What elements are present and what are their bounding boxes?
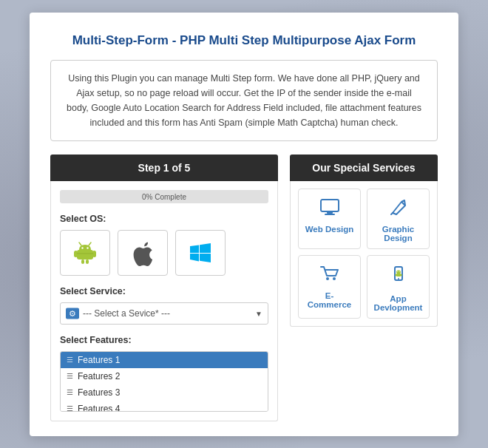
svg-point-22 (398, 278, 399, 279)
services-body: Web Design Graphic Design (290, 181, 438, 327)
svg-marker-13 (190, 254, 199, 262)
feature-label-1: Features 1 (78, 355, 120, 365)
service-card-graphic-design[interactable]: Graphic Design (367, 189, 430, 249)
svg-line-18 (391, 213, 393, 214)
svg-rect-17 (325, 214, 335, 215)
right-panel: Our Special Services Web Design (290, 155, 438, 421)
svg-marker-14 (200, 254, 211, 262)
svg-rect-3 (92, 251, 96, 257)
svg-rect-2 (74, 251, 78, 257)
svg-point-9 (87, 247, 88, 248)
svg-point-23 (396, 270, 401, 274)
svg-rect-5 (86, 259, 89, 264)
feature-label-4: Features 4 (78, 404, 120, 411)
feature-icon-2: ☰ (67, 372, 73, 380)
apple-icon (129, 240, 156, 266)
page-title: Multi-Step-Form - PHP Multi Step Multipu… (50, 33, 438, 48)
service-card-graphic-label: Graphic Design (373, 225, 423, 242)
mobile-android-icon (373, 265, 423, 290)
svg-rect-25 (395, 274, 396, 276)
service-card-ecommerce-label: E-Commerce (305, 291, 354, 309)
service-card-web-design[interactable]: Web Design (298, 189, 361, 249)
service-card-web-label: Web Design (305, 225, 354, 234)
step-body: 0% Complete Select OS: (50, 181, 278, 421)
android-icon (72, 240, 98, 266)
main-content: Step 1 of 5 0% Complete Select OS: (50, 155, 438, 421)
feature-item-2[interactable]: ☰ Features 2 (61, 368, 268, 384)
cart-icon (305, 265, 354, 287)
description-box: Using this Plugin you can manage Multi S… (50, 60, 438, 141)
services-header: Our Special Services (290, 155, 438, 181)
feature-icon-3: ☰ (67, 388, 73, 396)
features-listbox: ☰ Features 1 ☰ Features 2 ☰ Features 3 (60, 351, 268, 412)
svg-rect-1 (77, 250, 93, 259)
os-android-button[interactable] (60, 230, 110, 276)
os-label: Select OS: (60, 214, 268, 224)
progress-label: 0% Complete (142, 192, 186, 200)
os-windows-button[interactable] (175, 230, 226, 276)
monitor-icon (305, 198, 354, 220)
svg-point-20 (333, 277, 336, 280)
feature-icon-4: ☰ (67, 404, 73, 411)
progress-bar-container: 0% Complete (60, 190, 268, 203)
os-apple-button[interactable] (118, 230, 168, 276)
left-panel: Step 1 of 5 0% Complete Select OS: (50, 155, 278, 421)
feature-item-3[interactable]: ☰ Features 3 (61, 384, 268, 401)
svg-point-27 (397, 271, 398, 272)
windows-icon (187, 240, 214, 266)
step-header: Step 1 of 5 (50, 155, 278, 181)
feature-label-2: Features 2 (78, 371, 120, 381)
service-select[interactable]: --- Select a Sevice* --- Web Design Grap… (60, 302, 268, 325)
feature-icon-1: ☰ (67, 356, 73, 364)
feature-item-1[interactable]: ☰ Features 1 (61, 352, 268, 368)
svg-point-19 (326, 277, 329, 280)
svg-point-8 (81, 247, 83, 248)
svg-rect-16 (327, 211, 333, 214)
svg-line-7 (89, 242, 91, 245)
svg-line-6 (79, 242, 81, 245)
services-grid: Web Design Graphic Design (298, 189, 430, 319)
features-list[interactable]: ☰ Features 1 ☰ Features 2 ☰ Features 3 (61, 352, 268, 411)
svg-marker-12 (200, 243, 211, 253)
service-card-app-dev[interactable]: App Devlopment (367, 255, 430, 319)
svg-rect-24 (396, 274, 401, 276)
os-options (60, 230, 268, 276)
features-label: Select Features: (60, 335, 268, 345)
svg-marker-11 (190, 245, 199, 253)
svg-rect-26 (401, 274, 402, 276)
svg-rect-4 (81, 259, 84, 264)
main-card: Multi-Step-Form - PHP Multi Step Multipu… (30, 13, 458, 436)
svg-rect-15 (321, 200, 339, 211)
feature-item-4[interactable]: ☰ Features 4 (61, 401, 268, 411)
service-card-ecommerce[interactable]: E-Commerce (298, 255, 361, 319)
service-select-wrapper: ⚙ --- Select a Sevice* --- Web Design Gr… (60, 302, 268, 325)
feature-label-3: Features 3 (78, 387, 120, 398)
svg-point-28 (399, 271, 399, 272)
service-label: Select Service: (60, 286, 268, 296)
pen-icon (373, 198, 423, 220)
service-card-app-label: App Devlopment (373, 294, 423, 312)
